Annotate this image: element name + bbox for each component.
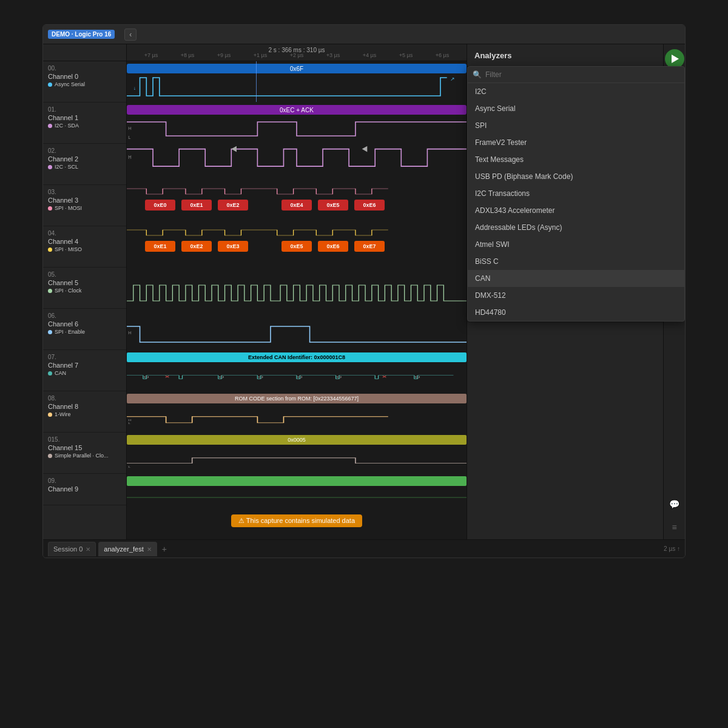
proto-bar-ch1: 0xEC + ACK <box>127 105 467 115</box>
wave-row-ch2: H <box>127 144 467 185</box>
top-bar: DEMO · Logic Pro 16 ‹ <box>43 25 685 44</box>
channels-sidebar: 00. Channel 0 Async Serial 01. Channel 1… <box>43 44 127 539</box>
menu-icon[interactable]: ≡ <box>667 520 682 534</box>
timeline-ruler: 2 s : 366 ms : 310 µs +7 µs +8 µs +9 µs … <box>127 44 467 61</box>
zoom-level: 2 µs ↑ <box>664 545 680 552</box>
dropdown-item-dmx512[interactable]: DMX-512 <box>468 287 684 304</box>
svg-text:L: L <box>128 466 131 468</box>
data-section: Data i ✓ 🔍 Type to search 🔍 I2C Async Se… <box>467 187 685 539</box>
waveform-area[interactable]: 2 s : 366 ms : 310 µs +7 µs +8 µs +9 µs … <box>127 44 467 539</box>
add-tab-button[interactable]: + <box>162 544 167 554</box>
wave-row-ch0: 0x6F ↓ ↗ <box>127 61 467 103</box>
wave-row-ch15: 0x0005 L <box>127 433 467 474</box>
tab-close-analyzer-fest[interactable]: ✕ <box>147 546 152 553</box>
channel-item[interactable]: 06. Channel 6 SPI · Enable <box>43 309 126 350</box>
wave-svg-ch2: H <box>127 144 467 175</box>
svg-text:H: H <box>128 154 132 160</box>
wave-row-ch8: ROM CODE section from ROM: [0x2233445566… <box>127 391 467 433</box>
svg-text:↓: ↓ <box>133 85 136 91</box>
svg-text:✕: ✕ <box>164 375 170 379</box>
dropdown-item-can[interactable]: CAN <box>468 270 684 287</box>
wave-svg-ch5 <box>127 278 467 308</box>
svg-text:H: H <box>128 419 131 422</box>
channel-item[interactable]: 09. Channel 9 <box>43 474 126 505</box>
play-icon <box>672 55 679 63</box>
wave-svg-ch0: ↓ ↗ <box>127 72 467 102</box>
analyzers-title: Analyzers <box>474 51 511 60</box>
wave-svg-ch9 <box>127 491 467 504</box>
dropdown-item-i2c-transactions[interactable]: I2C Transactions <box>468 187 684 202</box>
waveform-rows: 0x6F ↓ ↗ 0xEC + ACK H <box>127 61 467 539</box>
mosi-packets: 0xE0 0xE1 0xE2 0xE4 0xE5 0xE6 <box>127 185 467 226</box>
app-container: DEMO · Logic Pro 16 ‹ 00. Channel 0 Asyn… <box>42 24 686 558</box>
analyzers-header: Analyzers + <box>467 44 685 67</box>
proto-bar-ch0: 0x6F <box>127 64 467 73</box>
can-ext-bar: Extended CAN Identifier: 0x000001C8 <box>127 352 467 362</box>
dropdown-item-biss-c[interactable]: BiSS C <box>468 253 684 270</box>
wave-svg-ch15: L <box>127 454 467 471</box>
channel-item[interactable]: 04. Channel 4 SPI · MISO <box>43 226 126 268</box>
channel-item[interactable]: 02. Channel 2 I2C · SCL <box>43 144 126 185</box>
wave-row-ch3: 0xE0 0xE1 0xE2 0xE4 0xE5 0xE6 <box>127 185 467 226</box>
channel-item[interactable]: 05. Channel 5 SPI · Clock <box>43 268 126 309</box>
wave-svg-ch1: H L <box>127 113 467 143</box>
demo-badge: DEMO · Logic Pro 16 <box>48 30 115 39</box>
channel-item[interactable]: 03. Channel 3 SPI · MOSI <box>43 185 126 226</box>
simple-bar-ch15: 0x0005 <box>127 435 467 445</box>
rom-bar-ch8: ROM CODE section from ROM: [0x2233445566… <box>127 394 467 403</box>
wave-svg-ch7: ✕ ✕ <box>127 371 467 388</box>
miso-packets: 0xE1 0xE2 0xE3 0xE5 0xE6 0xE7 <box>127 226 467 267</box>
channel-item[interactable]: 00. Channel 0 Async Serial <box>43 61 126 103</box>
comment-icon[interactable]: 💬 <box>667 497 682 511</box>
tab-session-0[interactable]: Session 0 ✕ <box>48 542 96 556</box>
dropdown-item-adxl343[interactable]: ADXL343 Accelerometer <box>468 202 684 219</box>
channel-item[interactable]: 01. Channel 1 I2C · SDA <box>43 103 126 144</box>
svg-text:H: H <box>128 126 131 131</box>
svg-marker-20 <box>672 55 679 63</box>
svg-text:↗: ↗ <box>450 76 454 82</box>
tab-analyzer-fest[interactable]: analyzer_fest ✕ <box>98 542 157 556</box>
dropdown-item-atmel-swi[interactable]: Atmel SWI <box>468 236 684 253</box>
svg-text:L: L <box>128 422 131 425</box>
channel-item[interactable]: 08. Channel 8 1-Wire <box>43 391 126 433</box>
wave-row-ch1: 0xEC + ACK H L <box>127 103 467 144</box>
svg-text:L: L <box>128 135 130 140</box>
bottom-tab-bar: Session 0 ✕ analyzer_fest ✕ + 2 µs ↑ <box>43 539 685 558</box>
warning-bar: ⚠ This capture contains simulated data <box>231 514 362 527</box>
tab-close-session-0[interactable]: ✕ <box>86 546 90 553</box>
svg-marker-6 <box>362 146 368 152</box>
dropdown-item-addressable-leds[interactable]: Addressable LEDs (Async) <box>468 219 684 236</box>
right-panel: Analyzers + Async Serial ✓ I2C ✓ SPI ✓ <box>467 44 685 539</box>
ch9-bar <box>127 476 467 486</box>
dropdown-item-hd44780[interactable]: HD44780 <box>468 304 684 321</box>
svg-text:H: H <box>128 330 131 335</box>
wave-row-ch7: Extended CAN Identifier: 0x000001C8 ✕ ✕ <box>127 350 467 391</box>
timeline-center-label: 2 s : 366 ms : 310 µs <box>127 44 467 55</box>
channel-item[interactable]: 015. Channel 15 Simple Parallel · Clo... <box>43 433 126 474</box>
wave-row-ch9 <box>127 474 467 505</box>
wave-svg-ch6: H <box>127 319 467 349</box>
svg-marker-5 <box>231 146 237 152</box>
main-area: 00. Channel 0 Async Serial 01. Channel 1… <box>43 44 685 539</box>
svg-text:✕: ✕ <box>382 375 388 379</box>
wave-svg-ch8: H L <box>127 413 467 430</box>
wave-row-ch5 <box>127 268 467 309</box>
analyzer-dropdown: 🔍 I2C Async Serial SPI FrameV2 Tester Te… <box>467 187 685 322</box>
collapse-button[interactable]: ‹ <box>124 29 136 41</box>
wave-row-ch6: H <box>127 309 467 350</box>
wave-row-ch4: 0xE1 0xE2 0xE3 0xE5 0xE6 0xE7 <box>127 226 467 268</box>
channel-item[interactable]: 07. Channel 7 CAN <box>43 350 126 391</box>
